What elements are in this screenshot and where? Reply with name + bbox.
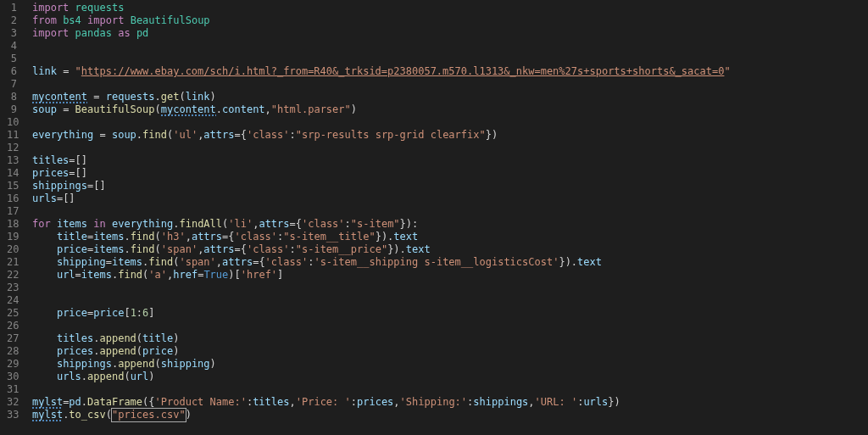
code-line[interactable]: shippings=[] (32, 180, 868, 192)
code-line[interactable]: titles.append(title) (32, 332, 868, 345)
line-number: 8 (7, 91, 17, 103)
line-number: 25 (7, 307, 17, 320)
code-line[interactable] (32, 205, 868, 218)
line-number: 30 (7, 371, 17, 383)
line-number: 18 (7, 218, 17, 231)
code-line[interactable]: mylst=pd.DataFrame({'Product Name:':titl… (32, 396, 868, 409)
line-number: 17 (7, 205, 17, 218)
line-number: 1 (7, 2, 17, 14)
line-number: 12 (7, 142, 17, 154)
line-number: 2 (7, 14, 17, 27)
line-number: 20 (7, 243, 17, 256)
line-number: 6 (7, 65, 17, 78)
line-number: 3 (7, 27, 17, 40)
code-editor[interactable]: 1234567891011121314151617181920212223242… (0, 0, 868, 435)
code-line[interactable]: prices.append(price) (32, 345, 868, 358)
line-number: 28 (7, 345, 17, 358)
line-number: 7 (7, 78, 17, 91)
line-number: 31 (7, 383, 17, 396)
line-number: 32 (7, 396, 17, 409)
code-line[interactable] (32, 282, 868, 294)
line-number: 27 (7, 332, 17, 345)
code-line[interactable]: for items in everything.findAll('li',att… (32, 218, 868, 231)
line-number: 22 (7, 269, 17, 282)
line-number: 13 (7, 154, 17, 167)
line-number: 14 (7, 167, 17, 180)
code-line[interactable]: prices=[] (32, 167, 868, 180)
code-line[interactable] (32, 78, 868, 91)
code-line[interactable]: from bs4 import BeautifulSoup (32, 14, 868, 27)
line-number: 29 (7, 358, 17, 371)
code-line[interactable]: everything = soup.find('ul',attrs={'clas… (32, 129, 868, 142)
line-number-gutter: 1234567891011121314151617181920212223242… (0, 0, 27, 435)
code-line[interactable]: import pandas as pd (32, 27, 868, 40)
line-number: 19 (7, 231, 17, 243)
code-line[interactable]: urls.append(url) (32, 371, 868, 383)
line-number: 16 (7, 192, 17, 205)
code-line[interactable]: mycontent = requests.get(link) (32, 91, 868, 103)
line-number: 5 (7, 53, 17, 65)
code-line[interactable] (32, 142, 868, 154)
code-line[interactable] (32, 383, 868, 396)
line-number: 24 (7, 294, 17, 307)
line-number: 4 (7, 40, 17, 53)
line-number: 15 (7, 180, 17, 192)
code-line[interactable] (32, 294, 868, 307)
code-line[interactable]: title=items.find('h3',attrs={'class':"s-… (32, 231, 868, 243)
line-number: 11 (7, 129, 17, 142)
code-line[interactable]: urls=[] (32, 192, 868, 205)
code-line[interactable]: shippings.append(shipping) (32, 358, 868, 371)
line-number: 10 (7, 116, 17, 129)
line-number: 9 (7, 103, 17, 116)
code-line[interactable]: shipping=items.find('span',attrs={'class… (32, 256, 868, 269)
line-number: 26 (7, 320, 17, 332)
code-line[interactable]: price=items.find('span',attrs={'class':"… (32, 243, 868, 256)
code-line[interactable] (32, 53, 868, 65)
line-number: 23 (7, 282, 17, 294)
code-content[interactable]: import requestsfrom bs4 import Beautiful… (27, 0, 868, 435)
line-number: 21 (7, 256, 17, 269)
code-line[interactable]: soup = BeautifulSoup(mycontent.content,"… (32, 103, 868, 116)
code-line[interactable]: link = "https://www.ebay.com/sch/i.html?… (32, 65, 868, 78)
code-line[interactable]: import requests (32, 2, 868, 14)
code-line[interactable] (32, 116, 868, 129)
code-line[interactable]: url=items.find('a',href=True)['href'] (32, 269, 868, 282)
code-line[interactable] (32, 40, 868, 53)
code-line[interactable]: price=price[1:6] (32, 307, 868, 320)
code-line[interactable] (32, 320, 868, 332)
code-line[interactable]: mylst.to_csv("prices.csv") (32, 409, 868, 421)
line-number: 33 (7, 409, 17, 421)
code-line[interactable]: titles=[] (32, 154, 868, 167)
